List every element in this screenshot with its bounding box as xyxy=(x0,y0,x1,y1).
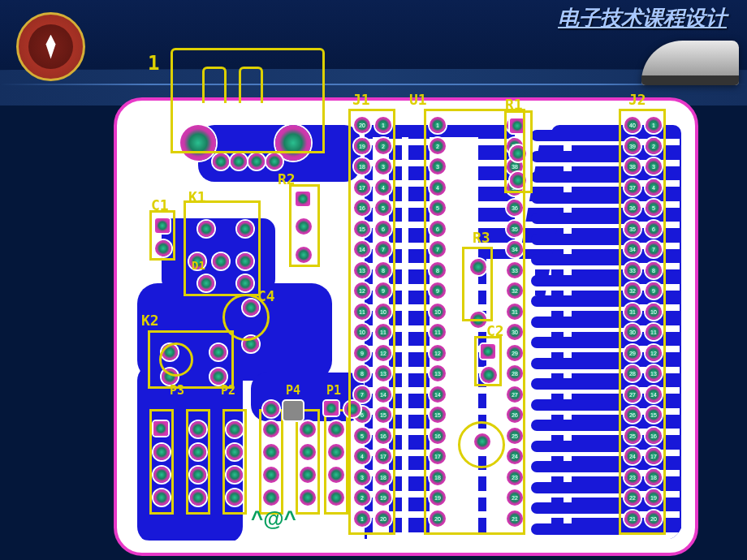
pin: 11 xyxy=(354,304,370,320)
pin: 3 xyxy=(375,158,391,174)
pin: 1 xyxy=(354,510,370,527)
pin: 36 xyxy=(624,200,641,216)
pin: 4 xyxy=(646,179,662,196)
p2-pad xyxy=(263,401,279,417)
pin: 10 xyxy=(430,304,446,320)
pin: 10 xyxy=(375,304,391,320)
header-pin xyxy=(190,489,206,506)
pin: 16 xyxy=(375,428,391,444)
pin: 34 xyxy=(624,241,641,257)
pin: 33 xyxy=(624,262,641,278)
pin: 11 xyxy=(375,324,391,340)
pin: 12 xyxy=(430,345,446,361)
pin: 19 xyxy=(646,489,662,506)
pin: 3 xyxy=(354,469,370,485)
c4-pad xyxy=(243,299,259,316)
pin: 10 xyxy=(646,304,662,320)
pin: 5 xyxy=(646,200,662,216)
pcb-layout: 1 20119218317416515614713812911101011912… xyxy=(114,97,698,556)
k1-pad xyxy=(198,221,214,237)
pin: 2 xyxy=(646,138,662,154)
c2-pad xyxy=(481,367,497,383)
pin: 26 xyxy=(507,407,523,423)
pin: 7 xyxy=(430,241,446,257)
header-pin xyxy=(263,467,279,483)
pin: 17 xyxy=(354,179,370,196)
pin: 18 xyxy=(430,469,446,485)
header-pin xyxy=(263,421,279,437)
pin: 7 xyxy=(354,386,370,403)
mounting-pad xyxy=(275,125,311,161)
origin-mark: ^@^ xyxy=(251,506,296,532)
pin: 16 xyxy=(646,428,662,444)
header-pin xyxy=(328,467,344,483)
pin: 12 xyxy=(646,345,662,361)
k2-pad xyxy=(162,368,178,385)
pin: 19 xyxy=(375,489,391,506)
usb-pin xyxy=(231,153,247,170)
header-pin xyxy=(300,489,316,506)
pin: 19 xyxy=(354,138,370,154)
header-pin xyxy=(263,489,279,506)
pin: 10 xyxy=(354,324,370,340)
header-pin xyxy=(328,444,344,460)
pin: 9 xyxy=(354,345,370,361)
r3-pad xyxy=(470,259,486,275)
pin: 31 xyxy=(507,304,523,320)
pin: 1 xyxy=(646,117,662,133)
pin: 9 xyxy=(375,282,391,299)
pin: 13 xyxy=(430,365,446,381)
pin: 16 xyxy=(430,428,446,444)
usb-pin xyxy=(266,153,283,170)
header-pin xyxy=(300,444,316,460)
pin: 20 xyxy=(646,510,662,527)
pin: 2 xyxy=(430,138,446,154)
pin: 25 xyxy=(507,428,523,444)
pin: 20 xyxy=(375,510,391,527)
d1-pad xyxy=(237,275,253,291)
pin: 13 xyxy=(354,262,370,278)
header-pin xyxy=(328,489,344,506)
slide-title: 电子技术课程设计 xyxy=(558,4,727,32)
pin: 32 xyxy=(507,282,523,299)
k1-pad xyxy=(237,221,253,237)
header-pin xyxy=(190,421,206,437)
pin: 21 xyxy=(624,510,641,527)
pin: 20 xyxy=(430,510,446,527)
pin: 11 xyxy=(646,324,662,340)
k2-pad xyxy=(210,368,227,385)
pin: 6 xyxy=(430,221,446,237)
pin: 24 xyxy=(624,448,641,464)
header-pin xyxy=(153,421,168,436)
pin: 30 xyxy=(507,324,523,340)
header-pin xyxy=(153,489,170,506)
label-r1: R1 xyxy=(505,96,523,113)
r3-pad xyxy=(470,312,486,328)
pin: 37 xyxy=(624,179,641,196)
pin: 8 xyxy=(375,262,391,278)
pin: 31 xyxy=(624,304,641,320)
university-logo xyxy=(16,12,85,81)
header-pin xyxy=(263,444,279,460)
pin: 38 xyxy=(624,158,641,174)
pin: 36 xyxy=(507,200,523,216)
pin: 29 xyxy=(507,345,523,361)
pin: 17 xyxy=(430,448,446,464)
r1-pad xyxy=(510,118,525,133)
pin: 14 xyxy=(646,386,662,403)
pin: 13 xyxy=(646,365,662,381)
r1-pad xyxy=(510,172,526,188)
pin: 21 xyxy=(507,510,523,527)
pin: 25 xyxy=(624,428,641,444)
pin: 29 xyxy=(624,345,641,361)
pin: 32 xyxy=(624,282,641,299)
pin: 16 xyxy=(354,200,370,216)
pin: 19 xyxy=(430,489,446,506)
header-pin xyxy=(300,467,316,483)
header-pin xyxy=(153,444,170,460)
header-pin xyxy=(190,467,206,483)
pin: 2 xyxy=(375,138,391,154)
pin: 12 xyxy=(354,282,370,299)
pin: 7 xyxy=(646,241,662,257)
pin: 3 xyxy=(646,158,662,174)
